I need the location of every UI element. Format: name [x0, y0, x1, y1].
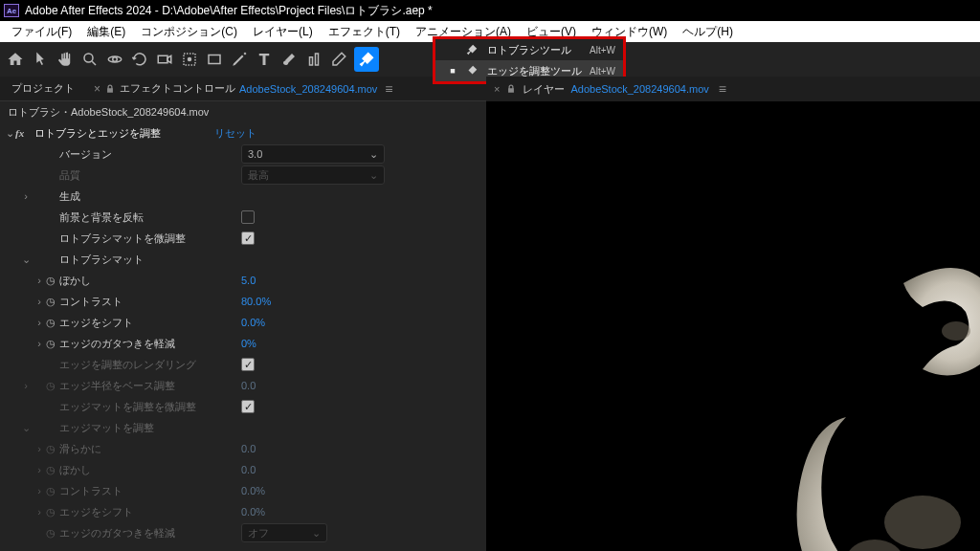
menu-file[interactable]: ファイル(F) — [4, 22, 79, 42]
effect-header: ⌄ fx ロトブラシとエッジを調整 リセット — [0, 122, 486, 143]
selection-tool-icon[interactable] — [31, 50, 50, 69]
disclosure-down-icon[interactable]: ⌄ — [19, 422, 33, 434]
tab-clip-link[interactable]: AdobeStock_208249604.mov — [239, 83, 377, 95]
prop-edge-shift2: ›◷ エッジをシフト 0.0% — [0, 501, 486, 522]
menu-edit[interactable]: 編集(E) — [79, 22, 133, 42]
lock-icon[interactable] — [505, 83, 517, 95]
stopwatch-icon[interactable]: ◷ — [46, 296, 59, 308]
prop-label: バージョン — [59, 147, 241, 162]
quality-select: 最高⌄ — [241, 165, 385, 185]
invert-checkbox[interactable] — [241, 210, 255, 224]
titlebar: Ae Adobe After Effects 2024 - D:\Adobe\A… — [0, 0, 980, 21]
stopwatch-icon[interactable]: ◷ — [46, 338, 59, 350]
roto-brush-tool-icon[interactable] — [354, 47, 379, 72]
prop-value[interactable]: 80.0% — [241, 296, 271, 307]
tool-dropdown-item-rotobrush[interactable]: ロトブラシツール Alt+W — [435, 39, 623, 60]
prop-label: エッジを調整のレンダリング — [59, 358, 241, 372]
disclosure-right-icon[interactable]: › — [33, 338, 46, 349]
tab-project[interactable]: プロジェクト — [4, 77, 82, 100]
camera-tool-icon[interactable] — [155, 50, 174, 69]
tool-dropdown-item-shortcut: Alt+W — [590, 66, 615, 77]
prop-label: 滑らかに — [59, 442, 241, 456]
menu-composition[interactable]: コンポジション(C) — [133, 22, 245, 42]
lock-icon[interactable] — [104, 83, 116, 95]
prop-value[interactable]: 0% — [241, 338, 256, 349]
prop-value[interactable]: 5.0 — [241, 275, 256, 286]
prop-edge-finetune: エッジマットを調整を微調整 ✓ — [0, 396, 486, 417]
prop-edge-rendering: エッジを調整のレンダリング ✓ — [0, 354, 486, 375]
disclosure-right-icon[interactable]: › — [33, 296, 46, 307]
reset-link[interactable]: リセット — [214, 126, 486, 141]
menu-effect[interactable]: エフェクト(T) — [321, 22, 408, 42]
orbit-tool-icon[interactable] — [105, 50, 124, 69]
home-icon[interactable] — [6, 50, 25, 69]
tab-effect-controls[interactable]: × エフェクトコントロール AdobeStock_208249604.mov ≡ — [86, 77, 400, 100]
disclosure-down-icon[interactable]: ⌄ — [4, 127, 15, 140]
close-icon[interactable]: × — [94, 82, 100, 96]
prop-version: バージョン 3.0⌄ — [0, 143, 486, 165]
disclosure-right-icon[interactable]: › — [19, 380, 33, 391]
svg-rect-6 — [209, 55, 220, 64]
prop-label: エッジをシフト — [59, 505, 241, 519]
reduce-chatter2-select: オフ⌄ — [241, 523, 327, 542]
disclosure-right-icon[interactable]: › — [33, 317, 46, 328]
stopwatch-icon: ◷ — [46, 380, 59, 392]
panel-menu-icon[interactable]: ≡ — [385, 81, 391, 97]
prop-label: エッジマットを調整 — [59, 421, 241, 435]
eraser-tool-icon[interactable] — [329, 50, 348, 69]
fx-icon[interactable]: fx — [15, 127, 31, 139]
prop-label: エッジマットを調整を微調整 — [59, 400, 241, 414]
menu-help[interactable]: ヘルプ(H) — [675, 22, 741, 42]
prop-label: エッジ半径をベース調整 — [59, 379, 241, 393]
stopwatch-icon[interactable]: ◷ — [46, 317, 59, 329]
viewer-canvas[interactable] — [486, 101, 980, 551]
brush-tool-icon[interactable] — [279, 50, 299, 69]
panel-menu-icon[interactable]: ≡ — [719, 81, 725, 97]
version-select[interactable]: 3.0⌄ — [241, 144, 385, 164]
prop-edgematte-group: ⌄ エッジマットを調整 — [0, 417, 486, 438]
panel-tab-row: × レイヤー AdobeStock_208249604.mov ≡ — [486, 77, 980, 101]
hand-tool-icon[interactable] — [56, 50, 75, 69]
prop-label: 前景と背景を反転 — [59, 210, 241, 225]
svg-rect-7 — [310, 57, 313, 65]
pen-tool-icon[interactable] — [230, 50, 249, 69]
prop-label: 生成 — [59, 189, 241, 204]
prop-label: ロトブラシマットを微調整 — [59, 231, 241, 246]
edge-finetune-checkbox[interactable]: ✓ — [241, 400, 255, 413]
prop-invert: 前景と背景を反転 — [0, 207, 486, 228]
menu-layer[interactable]: レイヤー(L) — [245, 22, 321, 42]
tab-label: プロジェクト — [11, 81, 75, 96]
svg-rect-3 — [158, 55, 167, 63]
edge-rendering-checkbox[interactable]: ✓ — [241, 358, 255, 371]
prop-label: ぼかし — [59, 274, 241, 288]
finetune-checkbox[interactable]: ✓ — [241, 231, 255, 245]
disclosure-down-icon[interactable]: ⌄ — [19, 253, 33, 266]
tab-label: エフェクトコントロール — [120, 81, 235, 96]
prop-value[interactable]: 0.0% — [241, 317, 265, 328]
prop-quality: 品質 最高⌄ — [0, 165, 486, 186]
rotobrush-icon — [464, 42, 479, 57]
anchor-tool-icon[interactable] — [180, 50, 199, 69]
prop-finetune: ロトブラシマットを微調整 ✓ — [0, 228, 486, 249]
rotate-tool-icon[interactable] — [130, 50, 149, 69]
select-value: オフ — [248, 526, 269, 540]
tab-clip-link[interactable]: AdobeStock_208249604.mov — [570, 83, 708, 95]
clone-tool-icon[interactable] — [304, 50, 323, 69]
prop-label: 品質 — [59, 168, 241, 183]
close-icon[interactable]: × — [494, 83, 500, 95]
disclosure-right-icon[interactable]: › — [19, 190, 33, 202]
select-value: 3.0 — [248, 148, 262, 160]
prop-reduce-chatter2: ◷ エッジのガタつきを軽減 オフ⌄ — [0, 522, 486, 543]
stopwatch-icon[interactable]: ◷ — [46, 275, 59, 287]
zoom-tool-icon[interactable] — [80, 50, 100, 69]
prop-reduce-chatter: ›◷ エッジのガタつきを軽減 0% — [0, 333, 486, 354]
prop-label: ぼかし — [59, 463, 241, 477]
disclosure-right-icon[interactable]: › — [33, 275, 46, 286]
prop-blur2: ›◷ ぼかし 0.0 — [0, 459, 486, 480]
svg-point-11 — [942, 321, 970, 341]
breadcrumb: ロトブラシ・AdobeStock_208249604.mov — [0, 101, 486, 122]
prop-label: エッジのガタつきを軽減 — [59, 337, 241, 351]
prop-edge-shift: ›◷ エッジをシフト 0.0% — [0, 312, 486, 333]
text-tool-icon[interactable] — [255, 50, 274, 69]
rect-tool-icon[interactable] — [205, 50, 224, 69]
